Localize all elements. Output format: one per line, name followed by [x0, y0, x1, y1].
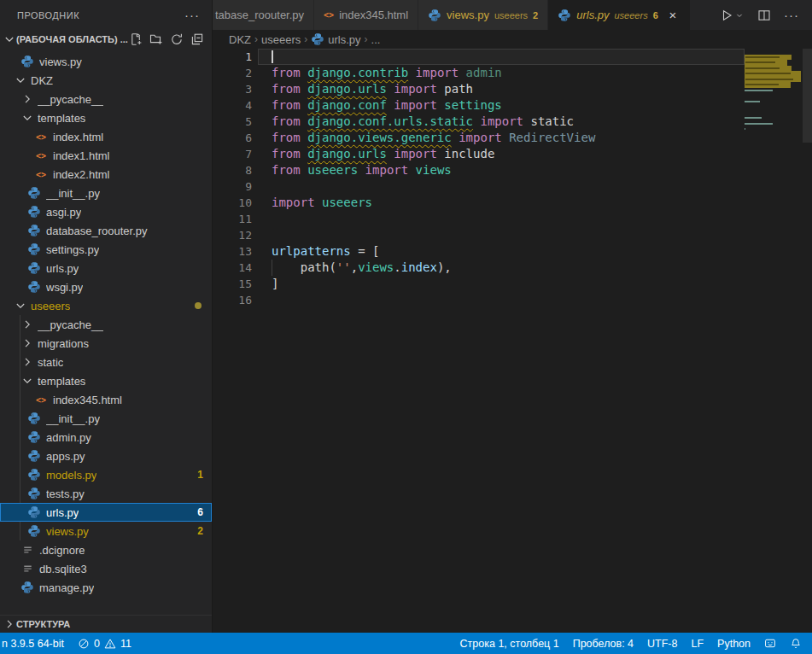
new-file-button[interactable]	[129, 32, 143, 46]
split-editor-button[interactable]	[757, 9, 771, 22]
sidebar-title: ПРОВОДНИК	[17, 10, 79, 20]
line-number: 13	[213, 243, 252, 260]
tree-item-urls-py[interactable]: urls.py	[0, 259, 212, 277]
code-line-15[interactable]: 15]	[213, 276, 745, 292]
tree-item-index2-html[interactable]: <>index2.html	[0, 165, 212, 184]
tree-item-manage-py[interactable]: manage.py	[0, 578, 212, 597]
status-python-version[interactable]: n 3.9.5 64-bit	[0, 633, 71, 654]
tree-item-static[interactable]: static	[0, 353, 212, 371]
tree-item-templates[interactable]: templates	[0, 108, 212, 127]
tree-item-asgi-py[interactable]: asgi.py	[0, 202, 212, 221]
chevron-right-icon	[3, 617, 16, 631]
tree-item--init-py[interactable]: __init__.py	[0, 184, 212, 202]
tab-bar: tabase_roouter.py<>index345.html views.p…	[213, 0, 812, 30]
sidebar-more-icon[interactable]: ···	[184, 11, 200, 20]
breadcrumb-item--[interactable]: ...	[371, 33, 381, 46]
code-line-5[interactable]: 5from django.conf.urls.static import sta…	[213, 114, 745, 130]
tree-item-settings-py[interactable]: settings.py	[0, 240, 212, 259]
minimap[interactable]	[745, 49, 803, 633]
code-line-14[interactable]: 14 path('',views.index),	[213, 260, 745, 276]
scrollbar-slider[interactable]	[803, 49, 812, 143]
html-icon: <>	[36, 395, 46, 405]
tab-index345-html[interactable]: <>index345.html	[314, 0, 418, 30]
code-line-3[interactable]: 3from django.urls import path	[213, 81, 745, 97]
new-file-icon	[129, 32, 143, 46]
problems-badge: 6	[197, 506, 203, 518]
outline-section-header[interactable]: СТРУКТУРА	[0, 615, 212, 633]
code-line-13[interactable]: 13urlpatterns = [	[213, 243, 745, 260]
breadcrumb-item-urls-py[interactable]: urls.py	[311, 32, 360, 46]
status-eol[interactable]: LF	[684, 633, 710, 654]
tree-item-views-py[interactable]: views.py2	[0, 522, 212, 540]
status-notifications[interactable]	[783, 633, 809, 654]
tree-item-db-sqlite3[interactable]: db.sqlite3	[0, 559, 212, 578]
chevron-right-icon	[20, 318, 34, 331]
workbench: ПРОВОДНИК ··· (РАБОЧАЯ ОБЛАСТЬ) ... view…	[0, 0, 812, 633]
tab-urls-py[interactable]: urls.pyuseeers6×	[548, 0, 691, 30]
code-line-11[interactable]: 11	[213, 211, 745, 227]
editor-area: tabase_roouter.py<>index345.html views.p…	[213, 0, 812, 633]
breadcrumb-separator: ›	[304, 33, 307, 45]
tree-item-wsgi-py[interactable]: wsgi.py	[0, 277, 212, 296]
tree-item--dcignore[interactable]: .dcignore	[0, 540, 212, 559]
tab-views-py[interactable]: views.pyuseeers2	[418, 0, 548, 30]
tree-item-migrations[interactable]: migrations	[0, 334, 212, 353]
code-line-4[interactable]: 4from django.conf import settings	[213, 97, 745, 114]
code-line-7[interactable]: 7from django.urls import include	[213, 146, 745, 162]
status-feedback[interactable]	[757, 633, 783, 654]
tree-item--init-py[interactable]: __init__.py	[0, 409, 212, 428]
tree-item-views-py[interactable]: views.py	[0, 52, 212, 71]
status-indentation[interactable]: Пробелов: 4	[566, 633, 640, 654]
status-encoding[interactable]: UTF-8	[640, 633, 684, 654]
status-label: Строка 1, столбец 1	[460, 638, 559, 650]
chevron-right-icon	[3, 617, 16, 631]
chevron-down-icon	[3, 32, 16, 46]
tree-item-templates[interactable]: templates	[0, 371, 212, 390]
close-tab-icon[interactable]: ×	[665, 8, 681, 22]
workspace-section-header[interactable]: (РАБОЧАЯ ОБЛАСТЬ) ...	[0, 30, 212, 49]
code-editor[interactable]: 12from django.contrib import admin3from …	[213, 49, 812, 633]
tree-item-admin-py[interactable]: admin.py	[0, 428, 212, 447]
refresh-explorer-button[interactable]	[170, 32, 184, 46]
code-line-10[interactable]: 10import useeers	[213, 195, 745, 211]
tree-item-apps-py[interactable]: apps.py	[0, 447, 212, 465]
tree-item--pycache-[interactable]: __pycache__	[0, 315, 212, 334]
python-icon	[27, 242, 41, 256]
tree-item-urls-py[interactable]: urls.py6	[0, 503, 212, 522]
breadcrumb-item-useeers[interactable]: useeers	[261, 33, 301, 46]
tree-item-index1-html[interactable]: <>index1.html	[0, 146, 212, 165]
workspace-actions	[129, 32, 204, 46]
tree-item-models-py[interactable]: models.py1	[0, 465, 212, 484]
python-icon	[27, 524, 41, 538]
tree-item-label: templates	[38, 112, 85, 125]
line-number: 15	[213, 276, 252, 292]
tab-tabase-roouter-py[interactable]: tabase_roouter.py	[213, 0, 314, 30]
status-problems[interactable]: 0 11	[71, 633, 138, 654]
tree-item-index-html[interactable]: <>index.html	[0, 127, 212, 146]
collapse-folders-button[interactable]	[190, 32, 204, 46]
code-line-2[interactable]: 2from django.contrib import admin	[213, 65, 745, 81]
tree-item-index345-html[interactable]: <>index345.html	[0, 390, 212, 409]
run-icon	[720, 9, 733, 22]
tab-label: urls.py	[576, 9, 609, 21]
code-line-16[interactable]: 16	[213, 292, 745, 308]
run-python-button[interactable]	[720, 9, 745, 22]
code-line-8[interactable]: 8from useeers import views	[213, 162, 745, 178]
code-line-9[interactable]: 9	[213, 178, 745, 195]
status-cursor-position[interactable]: Строка 1, столбец 1	[453, 633, 566, 654]
vertical-scrollbar[interactable]	[803, 49, 812, 633]
tree-item-dkz[interactable]: DKZ	[0, 71, 212, 90]
status-language-mode[interactable]: Python	[710, 633, 757, 654]
tree-item-useeers[interactable]: useeers	[0, 296, 212, 315]
editor-more-actions[interactable]: ···	[784, 11, 799, 20]
tree-item-label: manage.py	[39, 581, 94, 594]
code-line-1[interactable]: 1	[213, 49, 745, 65]
tree-item-database-roouter-py[interactable]: database_roouter.py	[0, 221, 212, 240]
code-line-6[interactable]: 6from django.views.generic import Redire…	[213, 130, 745, 146]
tree-item-tests-py[interactable]: tests.py	[0, 484, 212, 503]
list-icon	[21, 563, 34, 575]
tree-item--pycache-[interactable]: __pycache__	[0, 90, 212, 108]
new-folder-button[interactable]	[149, 32, 163, 46]
code-line-12[interactable]: 12	[213, 227, 745, 243]
breadcrumb-item-dkz[interactable]: DKZ	[229, 33, 251, 46]
